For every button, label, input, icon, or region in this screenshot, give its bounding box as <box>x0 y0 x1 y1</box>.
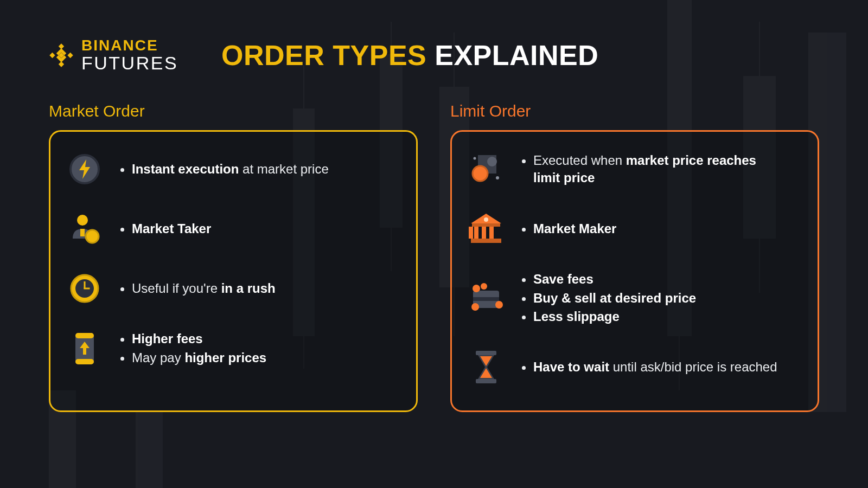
limit-row-executed: Executed when market price reaches limit… <box>467 150 802 188</box>
market-row-instant: Instant execution at market price <box>66 150 401 188</box>
market-row-rush: Useful if you're in a rush <box>66 269 401 307</box>
page-title: ORDER TYPES EXPLAINED <box>221 39 598 72</box>
bank-icon <box>467 210 505 248</box>
limit-row-wait: Have to wait until ask/bid price is reac… <box>467 348 802 386</box>
svg-point-25 <box>496 176 499 179</box>
binance-logo-icon <box>49 43 74 68</box>
limit-row-maker: Market Maker <box>467 210 802 248</box>
limit-row-wait-text: Have to wait until ask/bid price is reac… <box>520 357 777 377</box>
svg-rect-42 <box>476 379 496 383</box>
market-row-rush-text: Useful if you're in a rush <box>119 279 276 298</box>
svg-rect-20 <box>75 359 94 364</box>
clock-icon <box>66 269 104 307</box>
limit-order-title: Limit Order <box>450 102 819 120</box>
svg-rect-34 <box>471 239 501 243</box>
market-row-taker: Market Taker <box>66 210 401 248</box>
wallet-coins-icon <box>467 279 505 317</box>
svg-rect-36 <box>473 297 499 301</box>
svg-rect-31 <box>482 227 486 239</box>
lightning-icon <box>66 150 104 188</box>
market-order-title: Market Order <box>49 102 418 120</box>
market-row-fees: Higher feesMay pay higher prices <box>66 329 401 368</box>
svg-rect-41 <box>476 351 496 355</box>
svg-point-26 <box>474 157 476 160</box>
logo-text-line1: BINANCE <box>81 38 178 54</box>
svg-point-23 <box>487 157 497 166</box>
svg-rect-2 <box>49 52 55 57</box>
title-gold: ORDER TYPES <box>221 40 426 71</box>
svg-point-24 <box>473 166 488 181</box>
svg-point-39 <box>471 303 479 311</box>
svg-point-28 <box>484 217 488 222</box>
limit-row-maker-text: Market Maker <box>520 219 616 239</box>
svg-rect-29 <box>472 223 500 227</box>
market-row-instant-text: Instant execution at market price <box>119 159 329 179</box>
svg-rect-11 <box>80 229 85 236</box>
svg-point-37 <box>473 285 480 292</box>
svg-rect-16 <box>84 288 90 290</box>
svg-rect-30 <box>474 227 478 239</box>
svg-rect-1 <box>59 61 64 67</box>
limit-row-executed-text: Executed when market price reaches limit… <box>520 151 781 188</box>
market-row-fees-text: Higher feesMay pay higher prices <box>119 329 266 368</box>
title-white: EXPLAINED <box>435 40 598 71</box>
svg-point-38 <box>481 283 487 290</box>
svg-rect-3 <box>67 52 73 57</box>
svg-rect-32 <box>489 227 494 239</box>
svg-point-40 <box>495 301 503 309</box>
limit-row-save: Save feesBuy & sell at desired priceLess… <box>467 269 802 326</box>
svg-rect-33 <box>469 227 473 239</box>
market-order-card: Instant execution at market price Market… <box>49 130 418 412</box>
market-row-taker-text: Market Taker <box>119 219 211 239</box>
binance-futures-logo: BINANCE FUTURES <box>49 38 178 72</box>
person-coin-icon <box>66 210 104 248</box>
hourglass-icon <box>467 348 505 386</box>
limit-row-save-text: Save feesBuy & sell at desired priceLess… <box>520 269 696 326</box>
phone-up-icon <box>66 330 104 368</box>
svg-rect-19 <box>75 333 94 338</box>
svg-point-10 <box>77 215 88 226</box>
limit-order-card: Executed when market price reaches limit… <box>450 130 819 412</box>
svg-point-12 <box>86 230 99 243</box>
logo-text-line2: FUTURES <box>81 54 178 73</box>
svg-rect-0 <box>59 43 64 49</box>
target-coin-icon <box>467 150 505 188</box>
